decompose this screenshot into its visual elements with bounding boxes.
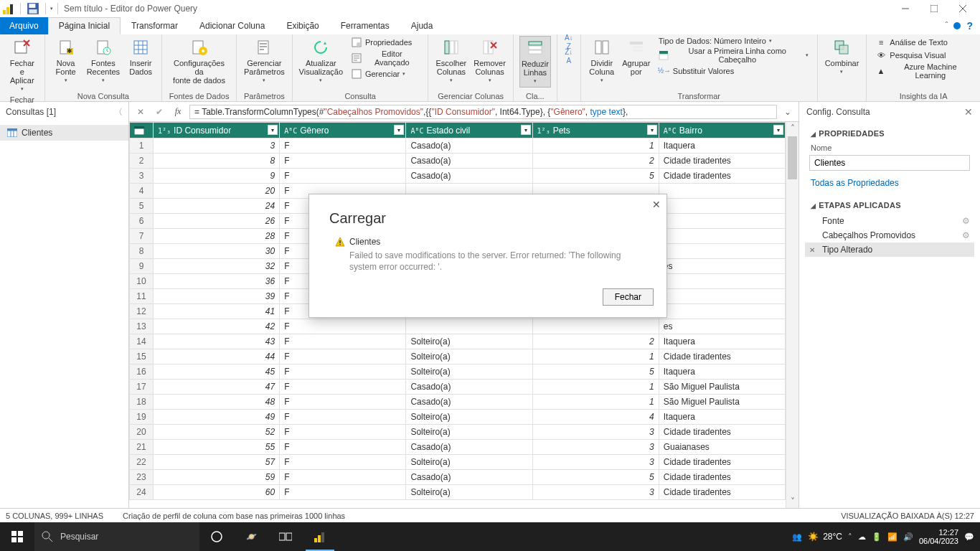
cell[interactable]: Solteiro(a) [406,334,532,349]
cell[interactable]: Itaquera [659,334,785,349]
column-filter-dropdown[interactable] [521,125,531,135]
cell[interactable]: es [659,319,785,334]
query-name-input[interactable] [809,155,970,171]
tray-volume-icon[interactable]: 🔊 [903,532,913,542]
close-settings-icon[interactable]: ✕ [964,106,973,118]
cell[interactable]: Cidade tiradentes [659,154,785,169]
cell[interactable]: 39 [154,289,280,304]
cell[interactable]: Solteiro(a) [406,349,532,364]
cell[interactable]: F [280,395,406,410]
cell[interactable]: 36 [154,274,280,289]
cell[interactable]: São Miguel Paulista [659,380,785,395]
cell[interactable]: 55 [154,440,280,455]
all-properties-link[interactable]: Todas as Propriedades [811,178,969,188]
cell[interactable]: F [280,334,406,349]
cell[interactable]: Casado(a) [406,380,532,395]
cell[interactable]: 43 [154,334,280,349]
taskbar-cortana[interactable] [199,522,234,551]
taskbar-powerbi[interactable] [303,522,337,551]
applied-step[interactable]: Tipo Alterado [805,242,974,257]
cell[interactable] [659,214,785,229]
taskbar-search[interactable]: Pesquisar [34,522,199,551]
enter-data-button[interactable]: Inserir Dados [126,36,156,77]
cell[interactable] [406,319,532,334]
cell[interactable]: Cidade tiradentes [659,349,785,364]
cell[interactable]: São Miguel Paulista [659,395,785,410]
cell[interactable]: 45 [154,364,280,380]
table-row[interactable]: 16 45 F Solteiro(a) 5 Itaquera [130,364,786,380]
column-filter-dropdown[interactable] [394,125,404,135]
reduce-rows-button[interactable]: Reduzir Linhas▾ [519,36,551,88]
cell[interactable]: F [280,364,406,380]
first-row-header-button[interactable]: Usar a Primeira Linha como Cabeçalho▾ [656,46,811,65]
cell[interactable]: 42 [154,319,280,334]
cell[interactable]: Solteiro(a) [406,455,532,470]
combine-button[interactable]: Combinar▾ [824,36,861,77]
group-by-button[interactable]: Agrupar por [621,36,651,77]
start-button[interactable] [0,522,34,551]
datasource-settings-button[interactable]: Configurações da fonte de dados [168,36,230,86]
cell[interactable]: Cidade tiradentes [659,485,785,500]
cell[interactable] [659,199,785,214]
table-row[interactable]: 18 48 F Casado(a) 1 São Miguel Paulista [130,395,786,410]
tab-transform[interactable]: Transformar [121,17,189,34]
taskbar-meet[interactable]: 👥 [792,532,802,542]
cell[interactable]: Solteiro(a) [406,410,532,425]
column-header[interactable]: 1²₃Pets [532,123,659,138]
cell[interactable]: 3 [532,485,659,500]
cell[interactable]: 52 [154,425,280,440]
cell[interactable]: 59 [154,470,280,485]
cell[interactable]: Casado(a) [406,154,532,169]
cell[interactable]: 20 [154,184,280,199]
maximize-button[interactable] [920,0,948,17]
table-row[interactable]: 15 44 F Solteiro(a) 1 Cidade tiradentes [130,349,786,364]
tab-tools[interactable]: Ferramentas [330,17,400,34]
choose-columns-button[interactable]: Escolher Colunas▾ [434,36,468,86]
tray-onedrive-icon[interactable]: ☁ [858,532,866,542]
new-source-button[interactable]: ✱Nova Fonte▾ [51,36,81,86]
cell[interactable]: 1 [532,395,659,410]
cell[interactable]: es [659,259,785,274]
queries-header[interactable]: Consultas [1] 〈 [0,102,128,122]
cell[interactable]: F [280,319,406,334]
cell[interactable]: 2 [532,334,659,349]
cell[interactable] [659,289,785,304]
table-row[interactable]: 13 42 F es [130,319,786,334]
taskbar-taskview[interactable] [268,522,303,551]
gear-icon[interactable]: ⚙ [962,230,970,240]
tab-help[interactable]: Ajuda [400,17,444,34]
cell[interactable]: F [280,425,406,440]
datatype-dropdown[interactable]: Tipo de Dados: Número Inteiro▾ [656,36,811,46]
cell[interactable]: F [280,410,406,425]
azure-ml-button[interactable]: ▲Azure Machine Learning [872,62,974,80]
cell[interactable] [659,304,785,319]
table-row[interactable]: 17 47 F Casado(a) 1 São Miguel Paulista [130,380,786,395]
table-row[interactable]: 21 55 F Casado(a) 3 Guaianases [130,440,786,455]
scroll-down-icon[interactable]: ˅ [786,495,798,508]
vision-button[interactable]: 👁Pesquisa Visual [872,49,974,62]
tray-expand-icon[interactable]: ˄ [848,532,852,542]
cell[interactable]: 30 [154,244,280,259]
manage-button[interactable]: Gerenciar▾ [348,67,423,80]
cell[interactable]: Solteiro(a) [406,485,532,500]
cell[interactable]: Casado(a) [406,138,532,154]
collapse-icon[interactable]: 〈 [114,106,123,118]
applied-steps-section[interactable]: ◢ETAPAS APLICADAS [799,194,980,212]
applied-step[interactable]: Cabeçalhos Promovidos⚙ [805,228,974,242]
cell[interactable]: 1 [532,349,659,364]
column-header[interactable]: 1²₃ID Consumidor [154,123,280,138]
column-header[interactable]: AᴮCBairro [659,123,785,138]
cell[interactable]: Casado(a) [406,395,532,410]
cell[interactable]: F [280,440,406,455]
query-item-clientes[interactable]: Clientes [0,125,128,141]
expand-formula-icon[interactable]: ⌄ [781,107,794,117]
table-row[interactable]: 19 49 F Solteiro(a) 4 Itaquera [130,410,786,425]
refresh-preview-button[interactable]: Atualizar Visualização▾ [298,36,344,86]
applied-step[interactable]: Fonte⚙ [805,214,974,228]
cell[interactable]: 49 [154,410,280,425]
scroll-up-icon[interactable]: ˄ [786,122,798,135]
cell[interactable]: F [280,138,406,154]
sort-desc-button[interactable]: Z↓A [560,50,578,63]
column-filter-dropdown[interactable] [647,125,657,135]
cell[interactable]: 3 [532,425,659,440]
